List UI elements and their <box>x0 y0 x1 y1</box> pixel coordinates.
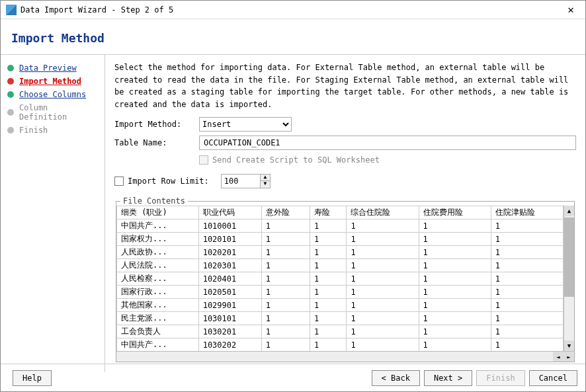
column-header[interactable]: 住院费用险 <box>419 206 491 219</box>
column-header[interactable]: 寿险 <box>310 206 347 219</box>
step-choose-columns[interactable]: Choose Columns <box>1 88 105 101</box>
step-bullet-icon <box>7 127 14 134</box>
cancel-button[interactable]: Cancel <box>529 370 577 386</box>
table-cell: 1 <box>419 233 491 246</box>
table-cell: 1 <box>347 312 419 325</box>
table-row[interactable]: 工会负责人103020111111 <box>117 325 564 338</box>
table-cell: 国家行政... <box>117 286 199 299</box>
scroll-left-icon[interactable]: ◄ <box>553 352 564 362</box>
titlebar: Data Import Wizard - Step 2 of 5 ✕ <box>1 1 585 19</box>
step-label: Data Preview <box>19 63 77 73</box>
table-cell: 1 <box>347 259 419 272</box>
table-cell: 1 <box>347 246 419 259</box>
wizard-steps-sidebar: Data Preview Import Method Choose Column… <box>1 55 105 372</box>
table-cell: 1 <box>419 272 491 286</box>
table-row[interactable]: 人民政协...102020111111 <box>117 246 564 259</box>
page-header: Import Method <box>1 19 585 55</box>
table-row[interactable]: 国家权力...102010111111 <box>117 233 564 246</box>
step-bullet-icon <box>7 78 14 85</box>
table-cell: 1 <box>310 219 347 233</box>
table-cell: 1020101 <box>198 233 261 246</box>
next-button[interactable]: Next > <box>424 370 472 386</box>
table-name-label: Table Name: <box>114 138 199 147</box>
table-cell: 1020201 <box>198 246 261 259</box>
step-label: Column Definition <box>19 103 99 122</box>
table-cell: 工会负责人 <box>117 325 199 338</box>
table-cell: 1 <box>491 286 563 299</box>
table-cell: 1029901 <box>198 299 261 312</box>
table-cell: 1 <box>347 338 419 352</box>
table-cell: 中国共产... <box>117 338 199 352</box>
table-name-input[interactable] <box>199 136 576 150</box>
file-contents-box: File Contents 细类 (职业)职业代码意外险寿险综合住院险住院费用险… <box>116 196 575 362</box>
scroll-down-icon[interactable]: ▼ <box>564 340 574 351</box>
table-cell: 1 <box>310 325 347 338</box>
table-cell: 1 <box>491 219 563 233</box>
table-row[interactable]: 中国共产...103020211111 <box>117 338 564 352</box>
row-limit-row: Import Row Limit: ▲ ▼ <box>114 174 576 188</box>
row-limit-checkbox[interactable] <box>114 176 124 186</box>
column-header[interactable]: 综合住院险 <box>347 206 419 219</box>
row-limit-input[interactable] <box>221 174 261 188</box>
table-cell: 1 <box>261 272 310 286</box>
table-row[interactable]: 人民法院...102030111111 <box>117 259 564 272</box>
horizontal-scrollbar[interactable]: ◄ ► <box>116 351 574 362</box>
table-row[interactable]: 民主党派...103010111111 <box>117 312 564 325</box>
step-column-definition: Column Definition <box>1 101 105 124</box>
scroll-thumb[interactable] <box>564 217 574 297</box>
table-cell: 1 <box>347 299 419 312</box>
table-cell: 1 <box>347 325 419 338</box>
preview-table: 细类 (职业)职业代码意外险寿险综合住院险住院费用险住院津贴险 中国共产...1… <box>116 206 564 351</box>
table-cell: 1 <box>347 219 419 233</box>
window-title: Data Import Wizard - Step 2 of 5 <box>21 5 562 15</box>
table-row[interactable]: 人民检察...102040111111 <box>117 272 564 286</box>
table-cell: 1 <box>491 246 563 259</box>
column-header[interactable]: 细类 (职业) <box>117 206 199 219</box>
column-header[interactable]: 职业代码 <box>198 206 261 219</box>
column-header[interactable]: 意外险 <box>261 206 310 219</box>
table-cell: 1 <box>419 246 491 259</box>
table-cell: 1 <box>261 325 310 338</box>
table-cell: 人民政协... <box>117 246 199 259</box>
table-cell: 1 <box>261 259 310 272</box>
hscroll-track[interactable] <box>116 352 553 362</box>
import-method-select[interactable]: Insert <box>199 117 292 132</box>
table-cell: 1 <box>310 312 347 325</box>
table-cell: 人民检察... <box>117 272 199 286</box>
step-label: Finish <box>19 126 48 135</box>
table-cell: 1 <box>491 325 563 338</box>
table-cell: 1 <box>491 312 563 325</box>
column-header[interactable]: 住院津贴险 <box>491 206 563 219</box>
step-import-method[interactable]: Import Method <box>1 75 105 88</box>
description-text: Select the method for importing data. Fo… <box>114 61 576 110</box>
app-icon <box>6 5 17 15</box>
table-cell: 1 <box>261 312 310 325</box>
send-script-label: Send Create Script to SQL Worksheet <box>212 155 380 165</box>
table-cell: 中国共产... <box>117 219 199 233</box>
page-title: Import Method <box>11 31 105 45</box>
close-button[interactable]: ✕ <box>562 3 580 16</box>
table-cell: 1020501 <box>198 286 261 299</box>
footer: Help < Back Next > Finish Cancel <box>1 364 585 391</box>
table-row[interactable]: 中国共产...101000111111 <box>117 219 564 233</box>
vertical-scrollbar[interactable]: ▲ ▼ <box>564 206 574 351</box>
table-cell: 1 <box>310 286 347 299</box>
step-label: Choose Columns <box>19 90 86 99</box>
scroll-right-icon[interactable]: ► <box>564 352 574 362</box>
scroll-up-icon[interactable]: ▲ <box>564 206 574 216</box>
back-button[interactable]: < Back <box>372 370 420 386</box>
table-cell: 1 <box>347 286 419 299</box>
spinner-buttons: ▲ ▼ <box>261 174 271 188</box>
help-button[interactable]: Help <box>13 370 52 386</box>
table-cell: 1 <box>261 219 310 233</box>
table-row[interactable]: 其他国家...102990111111 <box>117 299 564 312</box>
table-area: 细类 (职业)职业代码意外险寿险综合住院险住院费用险住院津贴险 中国共产...1… <box>116 206 564 351</box>
step-data-preview[interactable]: Data Preview <box>1 61 105 75</box>
table-cell: 1 <box>261 233 310 246</box>
table-cell: 1030201 <box>198 325 261 338</box>
import-method-label: Import Method: <box>114 120 199 129</box>
table-row[interactable]: 国家行政...102050111111 <box>117 286 564 299</box>
table-cell: 1 <box>419 325 491 338</box>
spinner-down-icon[interactable]: ▼ <box>261 181 270 188</box>
table-scroll-area: 细类 (职业)职业代码意外险寿险综合住院险住院费用险住院津贴险 中国共产...1… <box>116 206 574 351</box>
